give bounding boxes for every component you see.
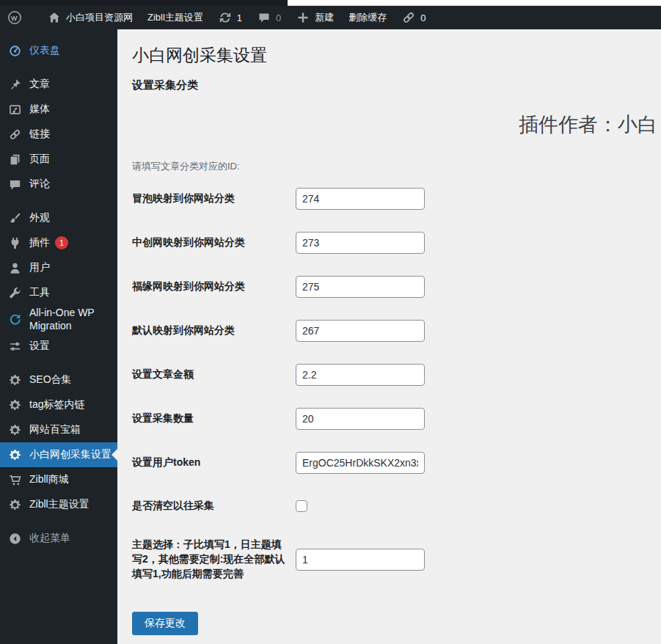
default-category-input[interactable] (296, 320, 425, 342)
article-price-input[interactable] (296, 364, 425, 386)
sidebar-item-seo[interactable]: SEO合集 (0, 367, 117, 392)
dashboard-icon (7, 43, 22, 58)
menu-separator (0, 197, 117, 205)
menu-item-label: 网站百宝箱 (29, 423, 81, 436)
form-row: 设置文章金额 (132, 364, 661, 386)
sidebar-item-plugins[interactable]: 插件1 (0, 230, 117, 255)
theme-select-input[interactable] (296, 549, 425, 571)
plugins-update-badge: 1 (55, 236, 68, 249)
media-icon (7, 102, 22, 117)
menu-item-label: 用户 (29, 261, 50, 274)
collect-count-input[interactable] (296, 408, 425, 430)
comment-count: 0 (276, 12, 281, 23)
clear-cache-link[interactable]: 删除缓存 (341, 6, 394, 29)
menu-item-label: All-in-One WP Migration (29, 307, 112, 332)
update-icon (218, 10, 233, 25)
main-content: 小白网创采集设置 设置采集分类 插件作者：小白 | 项 请填写文章分类对应的ID… (117, 29, 661, 644)
menu-item-label: 链接 (29, 128, 50, 141)
admin-bar-gap (29, 6, 40, 29)
form-row: 冒泡映射到你网站分类 (132, 188, 661, 210)
updates-link[interactable]: 1 (211, 6, 249, 29)
wrench-icon (7, 285, 22, 300)
user-token-input[interactable] (296, 452, 425, 474)
admin-sidebar-menu: 仪表盘文章媒体链接页面评论外观插件1用户工具All-in-One WP Migr… (0, 29, 117, 644)
link-count: 0 (420, 12, 426, 23)
comment-icon (7, 177, 22, 191)
gear-icon (7, 422, 22, 437)
sidebar-item-users[interactable]: 用户 (0, 255, 117, 280)
article-price-label: 设置文章金额 (132, 367, 296, 382)
sidebar-item-pages[interactable]: 页面 (0, 147, 117, 172)
form-row: 主题选择：子比填写1，日主题填写2，其他需要定制:现在全部默认填写1,功能后期需… (132, 538, 661, 581)
sidebar-item-dashboard[interactable]: 仪表盘 (0, 38, 117, 63)
new-content-link[interactable]: 新建 (288, 6, 341, 29)
comment-bubble-icon (257, 10, 271, 25)
comments-link[interactable]: 0 (249, 6, 288, 29)
sidebar-item-toolbox[interactable]: 网站百宝箱 (0, 417, 117, 442)
section-heading: 设置采集分类 (132, 78, 661, 92)
cart-icon (7, 472, 22, 487)
wordpress-icon (7, 10, 22, 25)
gear-icon (7, 373, 22, 387)
sidebar-item-zibll-shop[interactable]: Zibll商城 (0, 467, 117, 492)
zibll-theme-settings-link[interactable]: Zibll主题设置 (140, 6, 211, 29)
zhongchuang-category-label: 中创网映射到你网站分类 (132, 235, 296, 250)
menu-item-label: Zibll商城 (29, 473, 69, 486)
site-name-link[interactable]: 小白项目资源网 (40, 6, 140, 29)
plugin-icon (7, 235, 22, 250)
zibll-theme-settings-label: Zibll主题设置 (147, 11, 203, 24)
zhongchuang-category-input[interactable] (296, 232, 425, 254)
maopao-category-label: 冒泡映射到你网站分类 (132, 191, 296, 206)
chain-link-icon (401, 10, 416, 25)
collapse-icon (7, 531, 22, 546)
fuyuan-category-label: 福缘网映射到你网站分类 (132, 279, 296, 294)
menu-item-label: 仪表盘 (29, 44, 60, 57)
wordpress-logo-button[interactable] (0, 6, 29, 29)
form-row: 设置采集数量 (132, 408, 661, 430)
sidebar-item-collapse-menu[interactable]: 收起菜单 (0, 526, 117, 551)
gear-icon (7, 497, 22, 512)
save-changes-button[interactable]: 保存更改 (132, 612, 198, 635)
clear-previous-checkbox[interactable] (296, 500, 307, 512)
menu-item-label: 工具 (29, 286, 50, 299)
sliders-icon (7, 339, 22, 354)
update-count: 1 (237, 12, 242, 23)
user-icon (7, 260, 22, 275)
sidebar-item-zibll-theme[interactable]: Zibll主题设置 (0, 492, 117, 517)
menu-item-label: 插件 (29, 236, 50, 249)
maopao-category-input[interactable] (296, 188, 425, 210)
help-text: 请填写文章分类对应的ID: (132, 160, 661, 173)
home-icon (47, 10, 62, 25)
menu-separator (0, 63, 117, 72)
form-row: 设置用户token (132, 452, 661, 474)
menu-item-label: 页面 (29, 153, 50, 166)
window-top-strip-dark (0, 0, 288, 6)
menu-item-label: SEO合集 (29, 373, 72, 387)
new-content-label: 新建 (315, 11, 334, 24)
menu-item-label: 媒体 (29, 103, 50, 116)
plugin-author-note: 插件作者：小白 | 项 (519, 111, 661, 138)
sidebar-item-xiaobai-collect[interactable]: 小白网创采集设置 (0, 442, 117, 467)
sidebar-item-media[interactable]: 媒体 (0, 97, 117, 122)
menu-item-label: tag标签内链 (29, 398, 84, 411)
sidebar-item-comments[interactable]: 评论 (0, 172, 117, 197)
gear-icon (7, 447, 22, 462)
clear-previous-label: 是否清空以往采集 (132, 499, 296, 513)
form-row: 是否清空以往采集 (132, 499, 661, 513)
plus-icon (296, 10, 310, 25)
menu-item-label: Zibll主题设置 (29, 498, 90, 511)
sidebar-item-settings[interactable]: 设置 (0, 334, 117, 359)
collect-count-label: 设置采集数量 (132, 411, 296, 426)
sidebar-item-aio-migration[interactable]: All-in-One WP Migration (0, 305, 117, 334)
fuyuan-category-input[interactable] (296, 276, 425, 298)
menu-item-label: 小白网创采集设置 (29, 448, 112, 461)
form-row: 默认映射到你网站分类 (132, 320, 661, 342)
menu-separator (0, 517, 117, 526)
links-counter[interactable]: 0 (394, 6, 433, 29)
sidebar-item-posts[interactable]: 文章 (0, 72, 117, 97)
sidebar-item-links[interactable]: 链接 (0, 122, 117, 147)
sidebar-item-appearance[interactable]: 外观 (0, 205, 117, 230)
sidebar-item-tools[interactable]: 工具 (0, 280, 117, 305)
clear-cache-label: 删除缓存 (348, 11, 387, 24)
sidebar-item-tag-links[interactable]: tag标签内链 (0, 392, 117, 417)
